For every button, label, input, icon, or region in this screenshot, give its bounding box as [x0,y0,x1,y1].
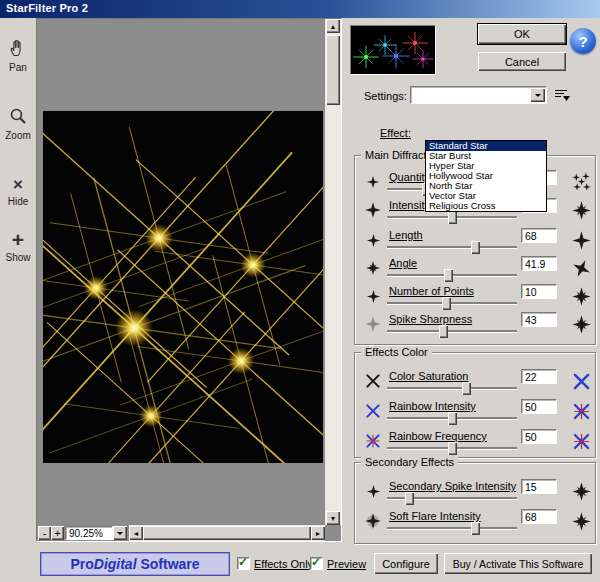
effects-only-checkbox[interactable]: ✓ Effects Only [237,557,313,570]
param-row-color-saturation: Color Saturation 22 [361,369,593,395]
brand-pro: Pro [70,556,93,572]
color-saturation-value-input[interactable]: 22 [521,369,557,384]
checkbox-box[interactable]: ✓ [237,557,250,570]
effect-option[interactable]: Vector Star [426,191,546,201]
up-arrow-icon: ▲ [330,23,337,30]
settings-combo-arrow-button[interactable] [530,88,545,102]
slider-track [387,527,517,529]
effect-option[interactable]: Standard Star [426,141,546,151]
brand-software: Software [137,556,200,572]
slider-thumb[interactable] [448,442,457,455]
spike-sharpness-slider[interactable] [387,325,517,338]
slider-thumb[interactable] [448,211,457,224]
param-row-number-of-points: Number of Points 10 [361,284,593,310]
soft-flare-intensity-label: Soft Flare Intensity [389,510,481,522]
scroll-up-button[interactable]: ▲ [326,19,340,33]
preview-vscrollbar[interactable]: ▲ ▼ [325,19,341,525]
hide-tool-button[interactable]: × Hide [0,176,36,207]
pan-tool-button[interactable]: Pan [0,38,36,73]
zoom-tool-button[interactable]: Zoom [0,106,36,141]
angle-slider[interactable] [387,269,517,282]
buy-activate-button[interactable]: Buy / Activate This Software [444,553,592,574]
rainbow-star-icon [569,399,593,423]
rainbow-intensity-slider[interactable] [387,412,517,425]
slider-thumb[interactable] [462,382,471,395]
preview-hscrollbar[interactable]: ◄ ► [129,525,325,541]
secondary-spike-intensity-value-input[interactable]: 15 [521,479,557,494]
secondary-spike-intensity-slider[interactable] [387,492,517,505]
starfilter-dialog: StarFilter Pro 2 Pan Zoom × Hide + Show [0,0,600,582]
slider-thumb[interactable] [442,297,451,310]
effect-option[interactable]: Star Burst [426,151,546,161]
configure-button[interactable]: Configure [374,553,438,574]
effect-option[interactable]: Hyper Star [426,161,546,171]
effect-option[interactable]: Hollywood Star [426,171,546,181]
buy-activate-button-label: Buy / Activate This Software [453,558,584,570]
x-star-blue-icon [569,369,593,393]
slider-thumb[interactable] [439,325,448,338]
secondary-spike-intensity-label: Secondary Spike Intensity [389,480,516,492]
slider-thumb[interactable] [471,522,480,535]
zoom-level-input[interactable]: 90.25% [65,526,113,540]
settings-combobox[interactable] [410,86,547,104]
effect-dropdown-list: Standard Star Star Burst Hyper Star Holl… [425,140,547,212]
secondary-effects-group: Secondary Effects Secondary Spike Intens… [354,462,596,544]
scroll-down-button[interactable]: ▼ [326,511,340,525]
intensity-label: Intensity [389,199,430,211]
tilted-star-icon [569,256,593,280]
checkbox-box[interactable]: ✓ [310,557,323,570]
length-slider[interactable] [387,241,517,254]
effect-option[interactable]: North Star [426,181,546,191]
color-saturation-slider[interactable] [387,382,517,395]
right-arrow-icon: ► [315,530,322,537]
cancel-button[interactable]: Cancel [478,52,566,71]
number-of-points-value-input[interactable]: 10 [521,284,557,299]
angle-label: Angle [389,257,417,269]
zoom-dropdown-button[interactable] [113,526,127,540]
slider-thumb[interactable] [444,269,453,282]
number-of-points-slider[interactable] [387,297,517,310]
scroll-left-button[interactable]: ◄ [129,526,143,540]
soft-flare-intensity-value-input[interactable]: 68 [521,509,557,524]
effect-thumbnail [350,25,436,75]
intensity-slider[interactable] [387,211,517,224]
spike-sharpness-label: Spike Sharpness [389,313,472,325]
effect-option[interactable]: Religious Cross [426,201,546,211]
zoom-out-button[interactable]: - [38,526,51,540]
title-bar[interactable]: StarFilter Pro 2 [0,0,600,18]
slider-thumb[interactable] [471,241,480,254]
length-value-input[interactable]: 68 [521,228,557,243]
number-of-points-label: Number of Points [389,285,474,297]
hscroll-thumb[interactable] [143,526,311,540]
settings-flyout-menu-icon[interactable] [554,88,572,102]
spike-sharpness-value-input[interactable]: 43 [521,312,557,327]
zoom-tool-label: Zoom [0,130,36,141]
show-tool-button[interactable]: + Show [0,230,36,263]
help-button[interactable]: ? [570,28,596,54]
zoom-in-button[interactable]: + [51,526,64,540]
glow-star-icon [361,509,385,533]
bright-star-icon [569,198,593,222]
angle-value-input[interactable]: 41.9 [521,256,557,271]
check-icon: ✓ [311,555,321,569]
scroll-right-button[interactable]: ► [311,526,325,540]
question-mark-icon: ? [578,33,587,50]
rainbow-intensity-value-input[interactable]: 50 [521,399,557,414]
image-preview[interactable] [43,111,323,463]
preview-checkbox[interactable]: ✓ Preview [310,557,366,570]
thin-star-icon [361,228,385,252]
eight-point-star-icon [361,256,385,280]
slider-thumb[interactable] [405,492,414,505]
vscroll-thumb[interactable] [326,35,340,105]
rainbow-frequency-value-input[interactable]: 50 [521,429,557,444]
thumbnail-stars-graphic [351,26,435,74]
down-arrow-icon: ▼ [330,515,337,522]
slider-thumb[interactable] [448,412,457,425]
ok-button[interactable]: OK [478,24,566,44]
soft-flare-intensity-slider[interactable] [387,522,517,535]
rainbow-frequency-slider[interactable] [387,442,517,455]
quantity-label: Quantity [389,171,430,183]
rainbow-star-icon [361,429,385,453]
x-star-black-icon [361,369,385,393]
magnifier-icon [8,116,28,128]
